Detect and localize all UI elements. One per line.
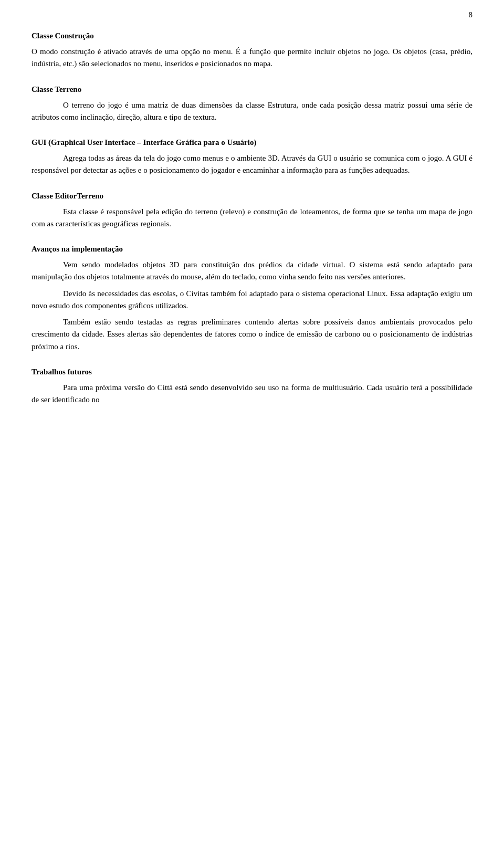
heading-classe-terreno: Classe Terreno [32,85,472,94]
paragraph-avancos-2: Devido às necessidades das escolas, o Ci… [32,288,472,312]
paragraph-terreno-1: O terreno do jogo é uma matriz de duas d… [32,99,472,124]
paragraph-avancos-1: Vem sendo modelados objetos 3D para cons… [32,259,472,284]
paragraph-gui-1: Agrega todas as áreas da tela do jogo co… [32,152,472,177]
heading-editorterreno: Classe EditorTerreno [32,192,472,201]
paragraph-trabalhos-1: Para uma próxima versão do Città está se… [32,382,472,406]
section-trabalhos-futuros: Trabalhos futuros Para uma próxima versã… [32,368,472,406]
page-number: 8 [469,11,473,19]
section-avancos: Avanços na implementação Vem sendo model… [32,245,472,353]
section-classe-construcao: Classe Construção O modo construção é at… [32,32,472,70]
heading-avancos: Avanços na implementação [32,245,472,254]
section-gui: GUI (Graphical User Interface – Interfac… [32,138,472,177]
heading-trabalhos-futuros: Trabalhos futuros [32,368,472,376]
section-classe-terreno: Classe Terreno O terreno do jogo é uma m… [32,85,472,124]
heading-classe-construcao: Classe Construção [32,32,472,40]
section-classe-editorterreno: Classe EditorTerreno Esta classe é respo… [32,192,472,230]
heading-gui: GUI (Graphical User Interface – Interfac… [32,138,472,147]
paragraph-editorterreno-1: Esta classe é responsável pela edição do… [32,206,472,230]
paragraph-avancos-3: Também estão sendo testadas as regras pr… [32,316,472,353]
page-container: 8 Classe Construção O modo construção é … [0,0,504,849]
paragraph-construcao-1: O modo construção é ativado através de u… [32,46,472,70]
